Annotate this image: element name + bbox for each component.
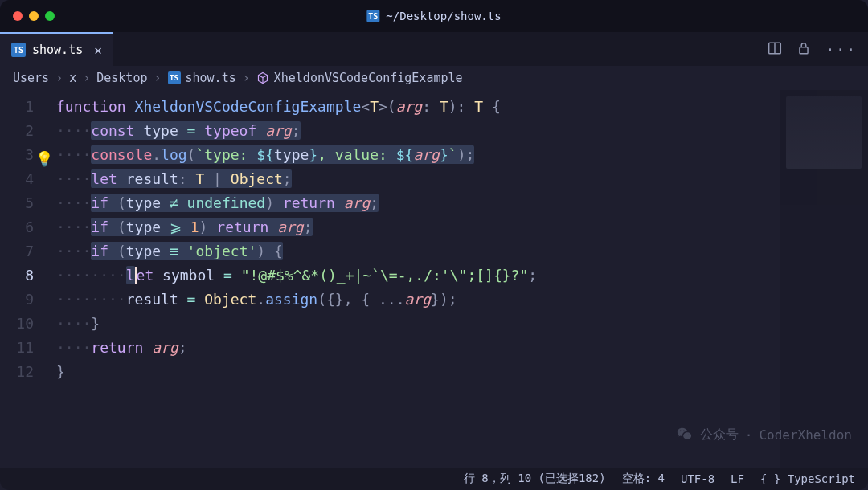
line-number[interactable]: 6 [0,215,56,239]
language-mode[interactable]: { } TypeScript [760,472,855,485]
chevron-right-icon: › [55,71,63,85]
editor-region[interactable]: 1 2 3💡 4 5 6 7 8 9 10 11 12 function Xhe… [0,90,868,468]
line-number[interactable]: 11 [0,336,56,360]
status-bar: 行 8，列 10 (已选择182) 空格: 4 UTF-8 LF { } Typ… [0,468,868,490]
watermark-name: CoderXheldon [759,427,852,443]
minimap-viewport[interactable] [786,96,862,169]
breadcrumb[interactable]: Users › x › Desktop › TS show.ts › Xheld… [0,66,868,90]
line-number[interactable]: 1 [0,95,56,119]
lock-icon[interactable] [796,41,811,58]
breadcrumb-symbol-name: XheldonVSCodeConfigExample [274,71,463,85]
encoding-status[interactable]: UTF-8 [681,472,714,485]
chevron-right-icon: › [154,71,161,85]
wechat-icon [676,426,694,443]
code-line: ····if (type ≠ undefined) return arg; [56,191,780,215]
chevron-right-icon: › [243,71,250,85]
breadcrumb-symbol[interactable]: XheldonVSCodeConfigExample [256,71,463,85]
line-number-gutter[interactable]: 1 2 3💡 4 5 6 7 8 9 10 11 12 [0,90,56,468]
tabs-container: TS show.ts ✕ [0,32,113,66]
cursor-position[interactable]: 行 8，列 10 (已选择182) [464,472,606,486]
line-number[interactable]: 7 [0,239,56,263]
svg-rect-2 [800,47,808,53]
watermark-sep: · [745,427,753,443]
tab-filename: show.ts [32,43,83,57]
tab-show-ts[interactable]: TS show.ts ✕ [0,32,113,66]
vscode-window: TS ~/Desktop/show.ts TS show.ts ✕ ··· Us… [0,0,868,490]
line-number[interactable]: 3💡 [0,143,56,167]
line-number[interactable]: 4 [0,167,56,191]
tab-actions: ··· [768,41,857,58]
line-number[interactable]: 9 [0,288,56,312]
line-number[interactable]: 2 [0,119,56,143]
breadcrumb-segment[interactable]: Desktop [96,71,147,85]
minimap[interactable] [780,90,868,468]
code-line: ····console.log(`type: ${type}, value: $… [56,143,780,167]
line-number[interactable]: 10 [0,312,56,336]
code-content[interactable]: function XheldonVSCodeConfigExample<T>(a… [56,90,780,468]
breadcrumb-segment[interactable]: Users [13,71,49,85]
code-line: ····return arg; [56,336,780,360]
breadcrumb-segment[interactable]: x [69,71,76,85]
indentation-status[interactable]: 空格: 4 [622,472,665,486]
close-window-button[interactable] [13,11,23,21]
titlebar[interactable]: TS ~/Desktop/show.ts [0,0,868,32]
line-number[interactable]: 12 [0,360,56,384]
traffic-lights [13,11,55,21]
code-line: function XheldonVSCodeConfigExample<T>(a… [56,95,780,119]
chevron-right-icon: › [83,71,90,85]
window-title: TS ~/Desktop/show.ts [366,10,501,22]
code-line: ····const type = typeof arg; [56,119,780,143]
watermark-label: 公众号 [700,427,739,443]
tab-bar: TS show.ts ✕ ··· [0,32,868,66]
line-number-current[interactable]: 8 [0,263,56,288]
code-line: ····if (type ≡ 'object') { [56,239,780,263]
close-tab-icon[interactable]: ✕ [94,43,102,58]
code-line: ····let result: T | Object; [56,167,780,191]
typescript-file-icon: TS [366,10,379,22]
code-line: } [56,360,780,384]
eol-status[interactable]: LF [731,472,744,485]
breadcrumb-filename: show.ts [186,71,236,85]
title-path: ~/Desktop/show.ts [386,10,501,22]
minimize-window-button[interactable] [29,11,39,21]
more-icon[interactable]: ··· [825,41,857,58]
watermark: 公众号 · CoderXheldon [676,426,852,443]
symbol-method-icon [256,71,269,84]
typescript-file-icon: TS [168,71,181,84]
split-editor-icon[interactable] [768,41,782,58]
zoom-window-button[interactable] [45,11,55,21]
breadcrumb-file[interactable]: TS show.ts [168,71,236,85]
line-number[interactable]: 5 [0,191,56,215]
code-line-current: ········let symbol = "!@#$%^&*()_+|~`\=-… [56,263,780,288]
code-line: ········result = Object.assign({}, { ...… [56,288,780,312]
code-line: ····if (type ⩾ 1) return arg; [56,215,780,239]
code-line: ····} [56,312,780,336]
typescript-file-icon: TS [11,43,26,57]
